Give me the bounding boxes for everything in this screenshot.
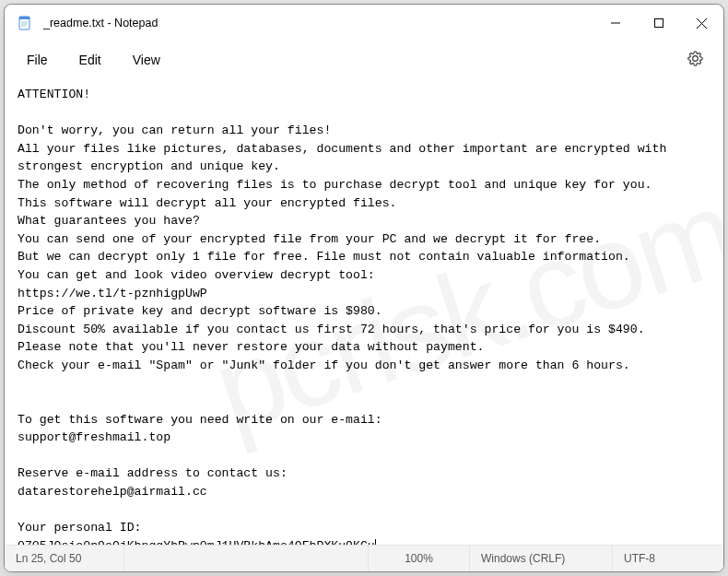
minimize-button[interactable] <box>593 5 637 41</box>
window-title: _readme.txt - Notepad <box>43 17 158 29</box>
svg-rect-6 <box>654 19 663 28</box>
close-button[interactable] <box>680 5 723 41</box>
status-zoom[interactable]: 100% <box>369 546 470 571</box>
window-controls <box>593 5 723 41</box>
settings-button[interactable] <box>676 45 714 76</box>
maximize-button[interactable] <box>637 5 680 41</box>
statusbar: Ln 25, Col 50 100% Windows (CRLF) UTF-8 <box>5 545 723 571</box>
notepad-window: _readme.txt - Notepad File Edit View ATT… <box>4 4 724 572</box>
document-text: ATTENTION! Don't worry, you can return a… <box>18 88 674 545</box>
text-caret <box>375 539 376 545</box>
status-eol: Windows (CRLF) <box>470 546 613 571</box>
status-encoding: UTF-8 <box>613 546 723 571</box>
menu-view[interactable]: View <box>120 47 173 73</box>
text-area[interactable]: ATTENTION! Don't worry, you can return a… <box>5 78 723 545</box>
gear-icon <box>687 51 703 66</box>
notepad-icon <box>18 16 32 30</box>
menubar: File Edit View <box>5 41 723 78</box>
status-position: Ln 25, Col 50 <box>5 546 124 571</box>
menu-file[interactable]: File <box>14 47 61 73</box>
menu-edit[interactable]: Edit <box>66 47 114 73</box>
status-spacer <box>124 546 369 571</box>
svg-rect-1 <box>19 17 29 19</box>
titlebar[interactable]: _readme.txt - Notepad <box>5 5 723 41</box>
